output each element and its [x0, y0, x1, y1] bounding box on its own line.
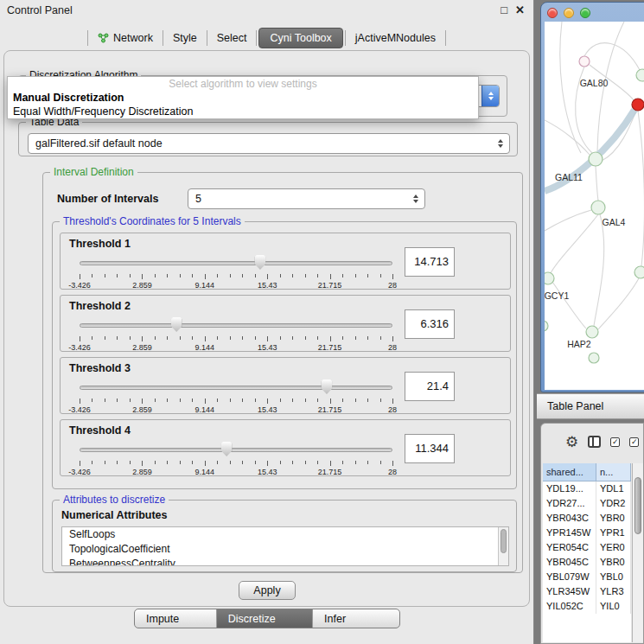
table-row[interactable]: YDR27...YDR2	[543, 496, 631, 511]
threshold-value-field[interactable]: 14.713	[405, 247, 455, 277]
bottom-tab-infer-network[interactable]: Infer Network	[313, 609, 399, 628]
threshold-value-field[interactable]: 11.344	[405, 434, 455, 463]
table-row[interactable]: YER054CYER0	[543, 540, 631, 555]
apply-button[interactable]: Apply	[239, 581, 296, 600]
node-label: HAP2	[567, 339, 591, 349]
threshold-slider[interactable]: -3.4262.8599.14415.4321.71528	[80, 252, 392, 289]
table-row[interactable]: YPR145WYPR1	[543, 526, 631, 540]
network-node[interactable]	[634, 266, 644, 278]
checkbox-icon[interactable]: ✓	[610, 437, 620, 447]
tick-mark	[267, 336, 268, 341]
list-scrollbar-thumb[interactable]	[501, 529, 507, 553]
table-scrollbar[interactable]	[632, 463, 643, 642]
network-graph[interactable]: GAL80GAL11GAL4GCY1HAP2	[545, 22, 644, 390]
network-edge[interactable]	[545, 210, 591, 231]
network-canvas[interactable]: GAL80GAL11GAL4GCY1HAP2	[545, 22, 644, 390]
tick-mark	[392, 461, 393, 466]
network-node[interactable]	[636, 69, 644, 81]
slider-scale-label: 15.43	[258, 281, 277, 290]
gear-icon[interactable]: ⚙	[565, 435, 578, 450]
network-node[interactable]	[545, 321, 548, 331]
network-edge[interactable]	[598, 278, 639, 329]
table-scrollbar-thumb[interactable]	[634, 477, 641, 534]
slider-thumb[interactable]	[254, 255, 265, 270]
tick-mark	[242, 399, 243, 402]
tick-mark	[117, 399, 118, 402]
thresholds-group: Threshold's Coordinates for 5 Intervals …	[52, 221, 517, 489]
table-browser-window: ⚙ ✓ ✓ shared...n... YDL19...YDL1YDR27...…	[540, 423, 644, 644]
number-of-intervals-combobox[interactable]: 5	[188, 188, 425, 209]
close-traffic-light[interactable]	[547, 8, 558, 18]
network-node[interactable]	[586, 326, 598, 338]
tick-mark	[292, 336, 293, 340]
tick-mark	[167, 399, 168, 402]
attribute-list-item[interactable]: BetweennessCentrality	[62, 557, 508, 566]
network-edge[interactable]	[594, 214, 604, 326]
tab-select[interactable]: Select	[207, 29, 257, 48]
network-node[interactable]	[591, 201, 605, 214]
table-row[interactable]: YDL19...YDL1	[543, 481, 631, 496]
table-row[interactable]: YBL079WYBL0	[543, 570, 631, 584]
tick-mark	[230, 399, 231, 402]
checkbox-icon[interactable]: ✓	[629, 437, 639, 447]
network-edge[interactable]	[545, 120, 590, 155]
slider-scale-label: 15.43	[258, 468, 277, 476]
slider-scale-label: 15.43	[258, 343, 277, 352]
list-scrollbar[interactable]	[498, 527, 508, 565]
threshold-slider[interactable]: -3.4262.8599.14415.4321.71528	[80, 315, 392, 351]
threshold-slider[interactable]: -3.4262.8599.14415.4321.71528	[80, 439, 392, 475]
column-chooser-icon[interactable]	[588, 436, 601, 448]
network-edge[interactable]	[638, 111, 644, 266]
attribute-list-item[interactable]: TopologicalCoefficient	[62, 542, 508, 557]
combobox-stepper-icon[interactable]	[495, 134, 506, 153]
threshold-label: Threshold 4	[69, 424, 131, 437]
threshold-value-field[interactable]: 21.4	[405, 372, 455, 401]
threshold-value-field[interactable]: 6.316	[405, 309, 455, 339]
column-header-shared[interactable]: shared...	[543, 463, 596, 481]
tab-jactivemnodules[interactable]: jActiveMNodules	[346, 29, 445, 48]
zoom-traffic-light[interactable]	[580, 8, 590, 18]
network-edge[interactable]	[596, 166, 598, 201]
tick-mark	[192, 399, 193, 402]
table-row[interactable]: YIL052CYIL0	[543, 599, 631, 614]
network-node[interactable]	[589, 353, 599, 363]
table-row[interactable]: YBR043CYBR0	[543, 511, 631, 526]
combobox-stepper-icon[interactable]	[481, 86, 499, 106]
close-icon[interactable]: ✕	[515, 3, 525, 16]
slider-thumb[interactable]	[171, 317, 182, 332]
slider-thumb[interactable]	[221, 442, 233, 456]
tick-mark	[242, 461, 243, 464]
slider-scale-label: 28	[388, 468, 397, 476]
combobox-stepper-icon[interactable]	[411, 189, 421, 208]
tab-separator	[256, 30, 257, 46]
selected-network-node[interactable]	[632, 99, 644, 111]
minimize-traffic-light[interactable]	[564, 8, 574, 18]
table-row[interactable]: YLR345WYLR3	[543, 584, 631, 599]
table-cell: YBL079W	[543, 570, 596, 584]
tick-mark	[380, 274, 381, 277]
numerical-attributes-list[interactable]: SelfLoopsTopologicalCoefficientBetweenne…	[61, 526, 509, 566]
network-node[interactable]	[589, 152, 603, 166]
tick-mark	[230, 336, 231, 340]
network-edge[interactable]	[552, 282, 586, 328]
bottom-tab-impute-data[interactable]: Impute Data	[135, 609, 217, 628]
column-header-n[interactable]: n...	[596, 463, 631, 481]
table-row[interactable]: YBR045CYBR0	[543, 555, 631, 570]
bottom-tab-discretize-data[interactable]: Discretize Data	[217, 609, 313, 628]
tab-cyni-toolbox[interactable]: Cyni Toolbox	[258, 28, 342, 48]
tab-network[interactable]: Network	[88, 29, 163, 48]
threshold-slider[interactable]: -3.4262.8599.14415.4321.71528	[80, 377, 392, 413]
slider-scale: -3.4262.8599.14415.4321.71528	[80, 281, 392, 290]
algorithm-option[interactable]: Equal Width/Frequency Discretization	[8, 105, 478, 118]
float-window-icon[interactable]: □	[501, 3, 507, 16]
attribute-list-item[interactable]: SelfLoops	[62, 527, 508, 542]
algorithm-option[interactable]: Manual Discretization	[8, 91, 478, 105]
tick-mark	[342, 336, 343, 340]
slider-thumb[interactable]	[321, 379, 332, 394]
threshold-label: Threshold 1	[69, 238, 131, 250]
table-data-combobox[interactable]: galFiltered.sif default node	[28, 133, 510, 154]
network-node[interactable]	[579, 56, 590, 67]
network-edge[interactable]	[584, 43, 640, 70]
network-node[interactable]	[545, 272, 554, 284]
tab-style[interactable]: Style	[163, 29, 207, 48]
